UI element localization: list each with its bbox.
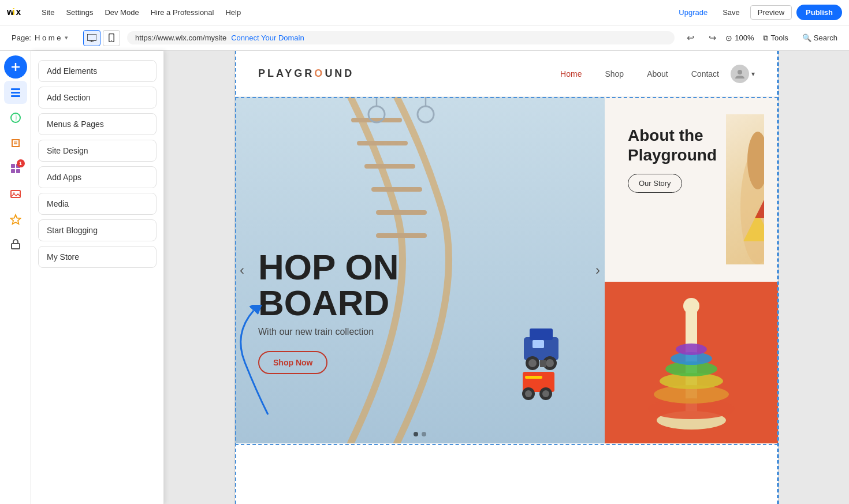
about-title: About the Playground [628,126,717,165]
nav-settings[interactable]: Settings [61,6,98,19]
logo-accent: O [314,68,325,79]
media-icon [10,188,21,200]
dot-1[interactable] [414,432,418,436]
sidebar-apps-icon[interactable]: 1 [4,157,27,180]
rings-svg [605,282,778,443]
site-navigation: PLAYGROUND Home Shop About Contact ▾ [235,51,778,97]
svg-rect-12 [11,95,20,97]
svg-rect-37 [530,328,553,340]
topbar-actions: Upgrade Save Preview Publish [674,5,842,20]
svg-rect-16 [11,164,15,168]
slideshow-next-button[interactable]: › [595,262,600,278]
hero-cta: Shop Now [258,351,327,374]
undo-button[interactable]: ↩ [682,30,699,46]
svg-marker-22 [10,215,20,224]
add-section-btn[interactable]: Add Section [38,87,157,109]
page-name: H o m e [35,33,61,42]
add-apps-btn[interactable]: Add Apps [38,166,157,188]
svg-rect-11 [11,92,20,94]
media-btn[interactable]: Media [38,193,157,215]
url-text: https://www.wix.com/mysite [135,33,226,42]
svg-rect-19 [16,169,20,173]
tools-icon: ⧉ [763,33,768,43]
about-image [726,114,764,264]
zoom-level: 100% [735,33,754,42]
secondbar-right: ↩ ↪ ⊙ 100% ⧉ Tools 🔍 Search [682,30,842,46]
svg-rect-49 [525,376,542,379]
nav-site[interactable]: Site [37,6,59,19]
upgrade-button[interactable]: Upgrade [674,6,712,19]
site-nav-links: Home Shop About Contact [560,69,719,79]
panel: Add Elements Add Section Menus & Pages S… [31,51,164,504]
section-divider-2 [235,444,778,445]
avatar-icon [733,68,746,80]
wix-logo-area: w i x [7,7,28,18]
sidebar-design-icon[interactable] [4,106,27,129]
nav-hire[interactable]: Hire a Professional [146,6,219,19]
section-divider-1 [235,97,778,98]
hero-title-line2: BOARD [258,285,512,321]
svg-point-25 [738,70,742,74]
left-canvas-guide [235,51,236,504]
start-blogging-btn[interactable]: Start Blogging [38,219,157,241]
dot-2[interactable] [422,432,426,436]
url-bar[interactable]: https://www.wix.com/mysite Connect Your … [127,31,675,44]
plus-icon [10,62,21,72]
our-story-button[interactable]: Our Story [628,174,682,193]
svg-point-62 [683,298,699,314]
nav-help[interactable]: Help [221,6,245,19]
svg-point-7 [111,40,112,41]
nav-link-contact[interactable]: Contact [691,69,719,79]
site-logo: PLAYGROUND [258,68,560,80]
svg-point-34 [418,106,434,122]
canvas-area: PLAYGROUND Home Shop About Contact ▾ [164,51,849,504]
zoom-indicator: ⊙ 100% [725,33,754,43]
site-design-btn[interactable]: Site Design [38,140,157,162]
page-selector[interactable]: Page: H o m e ▾ [7,31,76,44]
hero-title-line1: HOP ON [258,249,512,285]
page-chevron-icon: ▾ [65,34,68,42]
preview-button[interactable]: Preview [750,5,792,20]
sidebar-store-icon[interactable] [4,233,27,256]
sidebar-pages-icon[interactable] [4,81,27,104]
sidebar-marketing-icon[interactable] [4,208,27,231]
nav-devmode[interactable]: Dev Mode [100,6,143,19]
tools-label: Tools [770,33,788,42]
mobile-view-button[interactable] [103,30,120,46]
connect-domain-link[interactable]: Connect Your Domain [231,33,304,42]
tools-button[interactable]: ⧉ Tools [758,31,792,45]
search-button[interactable]: 🔍 Search [798,31,842,44]
menus-pages-btn[interactable]: Menus & Pages [38,113,157,135]
sidebar-add-icon[interactable] [4,55,27,79]
svg-rect-18 [11,169,15,173]
my-store-btn[interactable]: My Store [38,246,157,268]
svg-rect-3 [87,34,96,40]
nav-link-about[interactable]: About [647,69,668,79]
train-image [501,303,593,420]
hero-slideshow: HOP ON BOARD With our new train collecti… [235,97,605,443]
nav-link-shop[interactable]: Shop [605,69,624,79]
svg-rect-43 [540,360,546,367]
nav-link-home[interactable]: Home [560,69,582,79]
redo-button[interactable]: ↪ [703,30,721,46]
shop-now-button[interactable]: Shop Now [258,351,327,374]
design-icon [10,112,21,124]
sidebar-blog-icon[interactable] [4,132,27,155]
desktop-view-button[interactable] [83,30,100,46]
sidebar: 1 [0,51,31,504]
wix-logo-svg: w i x [7,7,28,18]
svg-rect-42 [533,340,544,348]
blog-icon [10,137,21,149]
search-icon: 🔍 [802,33,811,42]
publish-button[interactable]: Publish [796,5,842,20]
store-icon [10,239,21,251]
hero-section: HOP ON BOARD With our new train collecti… [235,97,778,443]
add-elements-btn[interactable]: Add Elements [38,60,157,82]
user-avatar[interactable] [731,65,749,83]
sidebar-media-icon[interactable] [4,182,27,206]
save-button[interactable]: Save [717,6,746,19]
pages-icon [10,87,21,98]
about-text-area: About the Playground Our Story [619,114,726,264]
hero-text: HOP ON BOARD With our new train collecti… [258,249,512,374]
slideshow-prev-button[interactable]: ‹ [240,262,244,278]
